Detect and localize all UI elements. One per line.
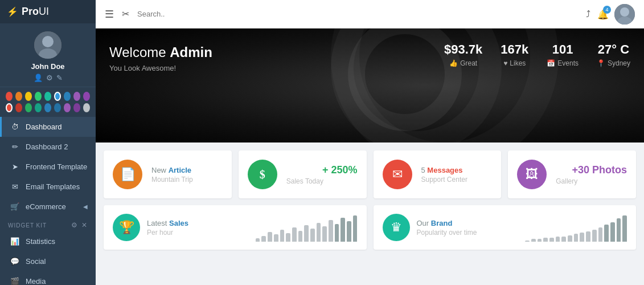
hero-stats: $93.7k 👍 Great 167k ♥ Likes 101 📅 Events — [430, 28, 644, 142]
card-value: +30 Photos — [556, 164, 627, 176]
sidebar-item-label: Frontend Template — [26, 162, 87, 171]
sidebar-item-email-templates[interactable]: ✉ Email Templates — [0, 177, 96, 197]
sidebar-item-ecommerce[interactable]: 🛒 eCommerce ◀ — [0, 197, 96, 217]
notification-badge[interactable]: 🔔 4 — [597, 9, 608, 19]
widget-row-1: 📄 New Article Mountain Trip $ + 250% S — [104, 150, 636, 198]
card-content: + 250% Sales Today — [286, 164, 358, 185]
photo-icon-circle: 🖼 — [517, 160, 547, 189]
sales-icon-circle: 🏆 — [113, 214, 140, 241]
calendar-icon: 📅 — [547, 59, 555, 67]
user-avatar-top[interactable] — [614, 4, 635, 25]
chart-bar — [531, 239, 536, 242]
user-settings-icon[interactable]: ⚙ — [46, 74, 53, 82]
palette-dot[interactable] — [73, 103, 80, 112]
stat-value: 167k — [501, 42, 528, 57]
chart-bar — [580, 233, 584, 242]
card-subtitle: Support Center — [421, 176, 493, 184]
sidebar-item-frontend-template[interactable]: ➤ Frontend Template — [0, 157, 96, 177]
sidebar-item-label: Media — [26, 277, 46, 285]
palette-dot[interactable] — [35, 103, 42, 112]
card-latest-sales: 🏆 Latest Sales Per hour — [104, 205, 367, 250]
email-icon: ✉ — [10, 182, 20, 191]
chart-bar — [617, 218, 621, 242]
widget-kit-label: WIDGET KIT — [8, 222, 47, 229]
topbar: ☰ ✂ ⤴ 🔔 4 — [96, 0, 644, 28]
share-icon[interactable]: ⤴ — [586, 9, 590, 19]
dollar-icon-circle: $ — [248, 160, 277, 189]
media-icon: 🎬 — [10, 277, 20, 285]
sidebar-item-media[interactable]: 🎬 Media — [0, 271, 96, 285]
widget-kit-header: WIDGET KIT ⚙ ✕ — [0, 217, 96, 231]
svg-point-1 — [42, 36, 54, 47]
search-input[interactable] — [137, 10, 251, 18]
sidebar-item-label: Email Templates — [26, 182, 80, 191]
palette-dot[interactable] — [25, 92, 32, 101]
main-content: ☰ ✂ ⤴ 🔔 4 — [96, 0, 644, 285]
user-profile-icon[interactable]: 👤 — [34, 74, 43, 82]
card-photos: 🖼 +30 Photos Gallery — [508, 150, 636, 198]
hero-stat-events: 101 📅 Events — [547, 42, 579, 67]
palette-dot[interactable] — [83, 92, 90, 101]
card-sales-today: $ + 250% Sales Today — [239, 150, 367, 198]
sidebar-item-label: Dashboard 2 — [26, 142, 68, 151]
palette-dot[interactable] — [25, 103, 32, 112]
palette-row-1 — [6, 92, 90, 101]
sidebar: ⚡ ProUI John Doe 👤 ⚙ ✎ — [0, 0, 96, 285]
hero-stat-money: $93.7k 👍 Great — [444, 42, 482, 67]
chart-bar — [280, 230, 285, 242]
stat-label: 📅 Events — [547, 59, 579, 67]
palette-dot[interactable] — [6, 103, 13, 112]
image-icon: 🖼 — [526, 167, 538, 182]
nav-section: ⏱ Dashboard ✏ Dashboard 2 ➤ Frontend Tem… — [0, 117, 96, 285]
crown-icon: ♛ — [391, 220, 402, 235]
dollar-icon: $ — [260, 168, 265, 181]
brand-chart — [525, 213, 627, 242]
hamburger-menu-icon[interactable]: ☰ — [105, 8, 114, 21]
widget-row-2: 🏆 Latest Sales Per hour ♛ Our Brand — [104, 205, 636, 250]
sidebar-item-dashboard2[interactable]: ✏ Dashboard 2 — [0, 137, 96, 157]
hero-banner: Welcome Admin You Look Awesome! $93.7k 👍… — [96, 28, 644, 142]
card-subtitle: Popularity over time — [417, 229, 519, 237]
chart-bar — [329, 220, 333, 242]
chart-bar — [561, 237, 566, 242]
card-subtitle: Sales Today — [286, 177, 358, 185]
palette-dot[interactable] — [64, 103, 71, 112]
user-edit-icon[interactable]: ✎ — [56, 74, 63, 82]
palette-dot[interactable] — [54, 103, 61, 112]
sidebar-item-dashboard[interactable]: ⏱ Dashboard — [0, 117, 96, 137]
palette-dot[interactable] — [64, 92, 71, 101]
stat-label: ♥ Likes — [501, 59, 528, 67]
widget-kit-settings-icon[interactable]: ⚙ — [71, 221, 78, 229]
trophy-icon: 🏆 — [119, 220, 134, 235]
article-icon-circle: 📄 — [113, 160, 142, 189]
widget-kit-close-icon[interactable]: ✕ — [81, 221, 88, 229]
palette-dot[interactable] — [6, 92, 13, 101]
chart-bar — [610, 222, 615, 242]
svg-point-4 — [620, 7, 629, 17]
palette-dot[interactable] — [15, 92, 22, 101]
palette-dot[interactable] — [83, 103, 90, 112]
palette-dot[interactable] — [35, 92, 42, 101]
stat-value: 101 — [547, 42, 579, 57]
chart-bar — [335, 224, 339, 242]
widgets-area: 📄 New Article Mountain Trip $ + 250% S — [96, 142, 644, 285]
avatar[interactable] — [34, 31, 61, 59]
palette-dot[interactable] — [44, 103, 51, 112]
social-icon: 💬 — [10, 257, 20, 266]
sidebar-item-label: Statistics — [26, 237, 55, 246]
location-icon: 📍 — [597, 59, 605, 67]
palette-dot[interactable] — [54, 92, 61, 101]
sidebar-item-label: Dashboard — [26, 123, 62, 131]
document-icon: 📄 — [120, 167, 136, 182]
palette-dot[interactable] — [73, 92, 80, 101]
sidebar-user-section: John Doe 👤 ⚙ ✎ — [0, 23, 96, 87]
sidebar-item-statistics[interactable]: 📊 Statistics — [0, 231, 96, 251]
chart-bar — [543, 238, 548, 242]
palette-row-2 — [6, 103, 90, 112]
palette-dot[interactable] — [44, 92, 51, 101]
wrench-icon[interactable]: ✂ — [122, 9, 129, 19]
chart-bar — [586, 231, 590, 242]
sidebar-item-social[interactable]: 💬 Social — [0, 251, 96, 271]
card-title: 5 Messages — [421, 166, 493, 174]
palette-dot[interactable] — [15, 103, 22, 112]
